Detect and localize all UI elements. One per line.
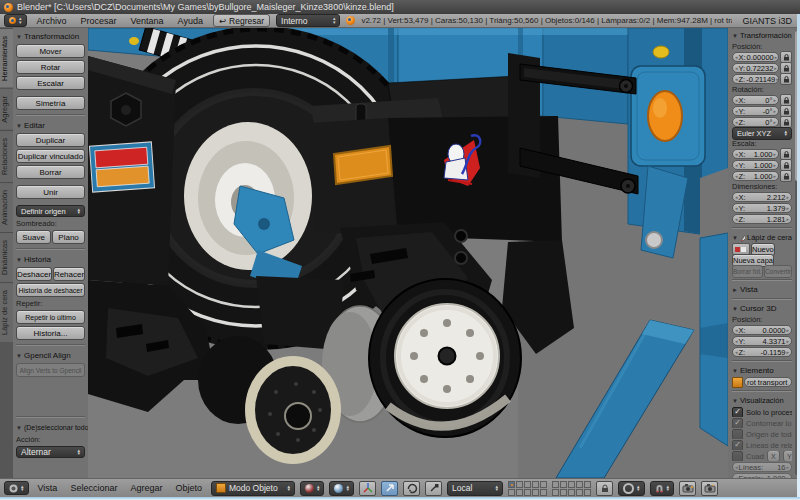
- menu-ventana[interactable]: Ventana: [127, 16, 168, 26]
- chevron-updown-icon: ▴▾: [317, 485, 320, 492]
- rotation-x-field[interactable]: ◂X:0°▸: [732, 95, 779, 105]
- manipulator-scale-button[interactable]: [425, 481, 442, 496]
- menu-agregar[interactable]: Agregar: [126, 483, 166, 493]
- panel-open-icon: ▼: [16, 353, 22, 359]
- menu-giants-i3d[interactable]: GIANTS i3D: [738, 16, 796, 26]
- layers-grid-1[interactable]: [508, 481, 547, 496]
- dim-y-field[interactable]: ◂Y:1.379▸: [732, 203, 792, 213]
- rotation-z-field[interactable]: ◂Z:0°▸: [732, 117, 779, 127]
- decal-stripes: [89, 142, 154, 192]
- check-solo-procesable[interactable]: ✓Solo lo proces...: [732, 407, 792, 417]
- deshacer-button[interactable]: Deshacer: [16, 267, 52, 281]
- editor-type-button[interactable]: ▴▾: [4, 14, 27, 27]
- panel-open-icon: ▼: [732, 368, 738, 374]
- suave-button[interactable]: Suave: [16, 230, 51, 244]
- location-z-field[interactable]: ◂Z:-0.21149▸: [732, 74, 779, 84]
- pivot-point-dropdown[interactable]: ▴▾: [329, 481, 354, 496]
- historia-deshacer-button[interactable]: Historia de deshacer: [16, 283, 85, 297]
- cursor-x-field[interactable]: ◂X:0.0000▸: [732, 325, 792, 335]
- rehacer-button[interactable]: Rehacer: [53, 267, 85, 281]
- npanel-header-vista[interactable]: ►Vista: [732, 284, 792, 295]
- historia-button[interactable]: Historia...: [16, 326, 85, 340]
- proportional-edit-dropdown[interactable]: ▴▾: [618, 481, 645, 496]
- plano-button[interactable]: Plano: [52, 230, 85, 244]
- menu-procesar[interactable]: Procesar: [77, 16, 121, 26]
- pivot-sphere-icon: [334, 484, 343, 493]
- manipulator-translate-button[interactable]: [381, 481, 398, 496]
- location-y-field[interactable]: ◂Y:0.72232▸: [732, 63, 779, 73]
- menu-ayuda[interactable]: Ayuda: [174, 16, 207, 26]
- tab-animacion[interactable]: Animación: [0, 182, 13, 232]
- accion-dropdown[interactable]: Alternar▴▾: [16, 446, 85, 458]
- editor-type-button[interactable]: ▴▾: [4, 481, 29, 495]
- tab-dinamicas[interactable]: Dinámicas: [0, 232, 13, 282]
- regresar-button[interactable]: ↩ Regresar: [213, 14, 270, 27]
- rotation-mode-dropdown[interactable]: Euler XYZ▴▾: [732, 127, 792, 140]
- definir-origen-dropdown[interactable]: Definir origen▴▾: [16, 205, 85, 217]
- npanel-header-gpencil[interactable]: ▼Lápiz de cera: [732, 232, 792, 243]
- back-arrow-icon: ↩: [219, 16, 226, 26]
- layers-grid-2[interactable]: [552, 481, 591, 496]
- dim-z-field[interactable]: ◂Z:1.281▸: [732, 214, 792, 224]
- panel-header-editar[interactable]: ▼Editar: [16, 120, 85, 131]
- tab-herramientas[interactable]: Herramientas: [0, 28, 13, 88]
- panel-header-transform[interactable]: ▼Transformación: [16, 31, 85, 42]
- tab-relaciones[interactable]: Relaciones: [0, 130, 13, 182]
- duplicar-vinculado-button[interactable]: Duplicar vinculado: [16, 149, 85, 163]
- dim-x-field[interactable]: ◂X:2.212▸: [732, 192, 792, 202]
- repetir-ultimo-button[interactable]: Repetir lo último: [16, 310, 85, 324]
- cursor-y-field[interactable]: ◂Y:4.3371▸: [732, 336, 792, 346]
- rotation-y-field[interactable]: ◂Y:-0°▸: [732, 106, 779, 116]
- unir-button[interactable]: Unir: [16, 185, 85, 199]
- menu-seleccionar[interactable]: Seleccionar: [66, 483, 121, 493]
- menu-archivo[interactable]: Archivo: [33, 16, 71, 26]
- cuad-row: Cuad X Y Z: [732, 451, 792, 461]
- tab-lapiz-de-cera[interactable]: Lápiz de cera: [0, 282, 13, 342]
- dimensiones-label: Dimensiones:: [732, 182, 792, 191]
- operator-panel-header[interactable]: ▼(De)seleccionar todo: [16, 422, 85, 433]
- viewport-3d[interactable]: [88, 28, 728, 478]
- mover-button[interactable]: Mover: [16, 44, 85, 58]
- manipulator-rotate-button[interactable]: [403, 481, 420, 496]
- snap-dropdown[interactable]: ▴▾: [650, 481, 675, 496]
- npanel-header-transform[interactable]: ▼Transformación: [732, 30, 792, 41]
- panel-header-historia[interactable]: ▼Historia: [16, 254, 85, 265]
- viewport-shading-dropdown[interactable]: ▴▾: [300, 481, 325, 496]
- render-opengl-button[interactable]: [679, 481, 696, 496]
- mode-dropdown[interactable]: Modo Objeto ▴▾: [211, 481, 295, 496]
- scale-x-field[interactable]: ◂X:1.000▸: [732, 149, 779, 159]
- menu-vista[interactable]: Vista: [34, 483, 62, 493]
- axis-x-button: X: [767, 451, 780, 461]
- rotar-button[interactable]: Rotar: [16, 60, 85, 74]
- render-opengl-anim-button[interactable]: [701, 481, 718, 496]
- menu-objeto[interactable]: Objeto: [171, 483, 206, 493]
- npanel-header-cursor3d[interactable]: ▼Cursor 3D: [732, 303, 792, 314]
- location-x-field[interactable]: ◂X:0.00000▸: [732, 52, 779, 62]
- object-name-field[interactable]: rot transport: [744, 377, 792, 387]
- cursor-z-field[interactable]: ◂Z:-0.1159▸: [732, 347, 792, 357]
- npanel-header-visualizacion[interactable]: ▼Visualización: [732, 395, 792, 406]
- simetria-button[interactable]: Simetría: [16, 96, 85, 110]
- fender-left: [88, 56, 176, 286]
- blender-splash-icon[interactable]: [346, 16, 355, 25]
- scale-y-field[interactable]: ◂Y:1.000▸: [732, 160, 779, 170]
- rotate-arc-icon: [406, 482, 418, 494]
- scene-stats: v2.72 | Vert:53,479 | Caras:50,130 | Tri…: [361, 16, 732, 25]
- duplicar-button[interactable]: Duplicar: [16, 133, 85, 147]
- escalar-button[interactable]: Escalar: [16, 76, 85, 90]
- npanel-header-elemento[interactable]: ▼Elemento: [732, 365, 792, 376]
- render-engine-select[interactable]: Interno ▴▾: [276, 14, 340, 27]
- transform-orientation-dropdown[interactable]: Local ▴▾: [447, 481, 503, 496]
- lock-to-scene-button[interactable]: [596, 481, 613, 496]
- manipulator-axes-button[interactable]: [359, 481, 376, 496]
- window-title-bar: Blender* [C:\Users\DCZ\Documents\My Game…: [0, 0, 800, 14]
- scale-z-field[interactable]: ◂Z:1.000▸: [732, 171, 779, 181]
- lock-icon[interactable]: [780, 170, 792, 182]
- borrar-button[interactable]: Borrar: [16, 165, 85, 179]
- tab-agregar[interactable]: Agregar: [0, 88, 13, 130]
- checkbox-checked-icon: ✓: [732, 407, 743, 417]
- accion-label: Acción:: [16, 435, 85, 444]
- panel-header-gpencil-align[interactable]: ▼Gpencil Align: [16, 350, 85, 361]
- lock-icon[interactable]: [780, 73, 792, 85]
- cursor-posicion-label: Posición:: [732, 315, 792, 324]
